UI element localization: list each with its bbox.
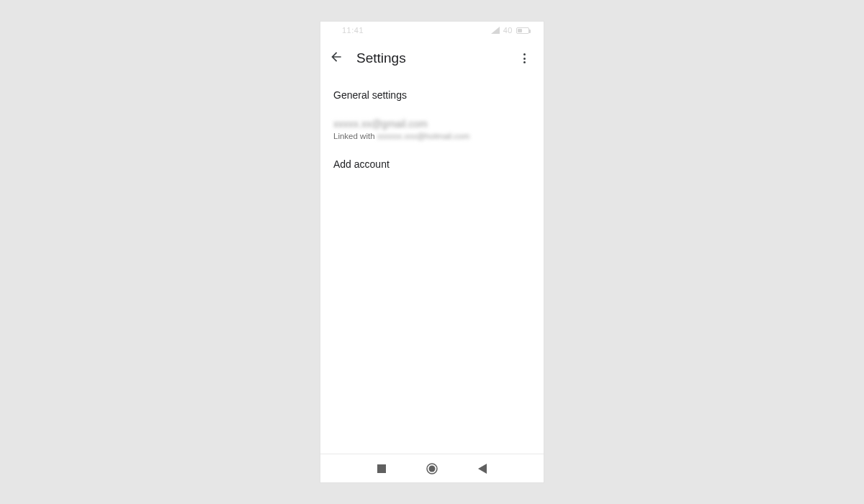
status-time: 11:41 (342, 26, 364, 35)
status-bar: 11:41 40 (320, 22, 544, 39)
battery-icon (516, 27, 529, 34)
app-bar: Settings (320, 39, 544, 78)
navigation-bar (320, 454, 544, 482)
nav-back-icon[interactable] (478, 464, 487, 474)
account-linked: Linked with xxxxxx.xxx@hotmail.com (333, 131, 531, 142)
svg-point-2 (429, 465, 436, 472)
general-settings-item[interactable]: General settings (320, 81, 544, 109)
signal-icon (491, 27, 500, 34)
back-icon[interactable] (329, 50, 343, 67)
phone-frame: 11:41 40 Settings General settings xxxxx… (320, 22, 544, 482)
nav-recent-icon[interactable] (377, 464, 386, 473)
account-email: xxxxx.xx@gmail.com (333, 117, 531, 130)
settings-list: General settings xxxxx.xx@gmail.com Link… (320, 78, 544, 454)
add-account-item[interactable]: Add account (320, 150, 544, 179)
general-settings-label: General settings (333, 89, 531, 102)
overflow-menu-icon[interactable] (518, 52, 531, 65)
status-right: 40 (491, 26, 529, 35)
add-account-label: Add account (333, 158, 531, 171)
account-linked-email: xxxxxx.xxx@hotmail.com (377, 131, 470, 142)
account-item[interactable]: xxxxx.xx@gmail.com Linked with xxxxxx.xx… (320, 109, 544, 150)
svg-rect-0 (377, 464, 386, 473)
status-battery-text: 40 (503, 26, 513, 35)
account-linked-prefix: Linked with (333, 132, 377, 140)
page-title: Settings (356, 50, 505, 66)
nav-home-icon[interactable] (426, 463, 438, 474)
